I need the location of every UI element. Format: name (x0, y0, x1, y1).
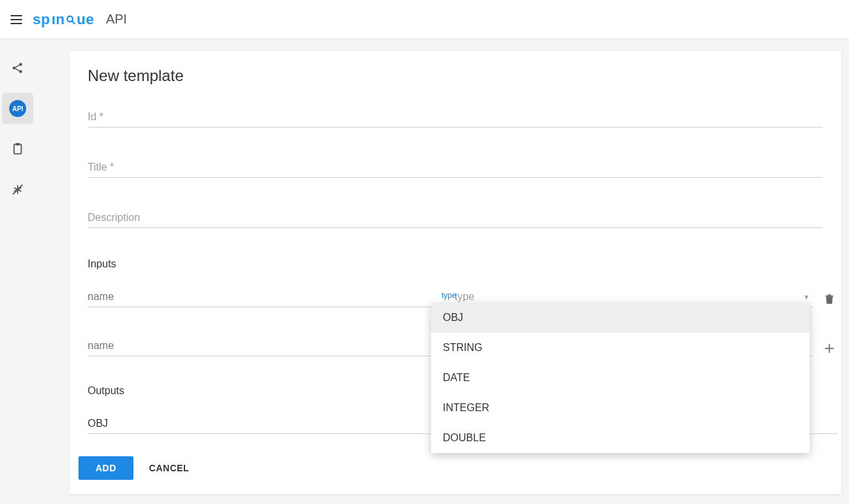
add-button[interactable]: ADD (78, 456, 133, 480)
sidebar-item-filter[interactable] (2, 174, 33, 205)
input-name-field[interactable] (88, 287, 445, 307)
page-title: New template (88, 67, 823, 85)
hamburger-menu-icon[interactable] (10, 11, 22, 28)
cancel-button[interactable]: CANCEL (149, 463, 189, 473)
app-header: spınue API (0, 0, 849, 39)
logo-q-icon (66, 15, 75, 24)
svg-rect-7 (14, 144, 22, 154)
svg-rect-14 (825, 295, 833, 297)
clipboard-icon (10, 142, 25, 156)
id-field[interactable] (88, 107, 823, 127)
form-actions: ADD CANCEL (78, 456, 189, 480)
plus-icon (823, 342, 836, 355)
dropdown-option-date[interactable]: DATE (431, 363, 810, 393)
svg-line-6 (15, 69, 19, 71)
asterisk-slash-icon (10, 182, 25, 197)
svg-line-1 (72, 21, 75, 24)
dropdown-option-integer[interactable]: INTEGER (431, 393, 810, 423)
sidebar-item-clipboard[interactable] (2, 133, 33, 165)
delete-input-button[interactable] (822, 292, 837, 307)
context-label: API (106, 12, 127, 27)
type-dropdown: type OBJ STRING DATE INTEGER DOUBLE (431, 303, 810, 453)
dropdown-floating-label: type (442, 291, 457, 300)
share-icon (10, 61, 25, 75)
input-name-field-new[interactable] (88, 336, 445, 356)
dropdown-option-double[interactable]: DOUBLE (431, 423, 810, 453)
api-badge-icon: API (9, 100, 26, 117)
svg-rect-8 (16, 143, 20, 146)
sidebar: API (0, 39, 35, 504)
brand-logo[interactable]: spınue (33, 11, 94, 28)
inputs-section-label: Inputs (88, 258, 823, 270)
svg-rect-13 (828, 295, 831, 296)
description-field[interactable] (88, 208, 823, 228)
sidebar-item-api[interactable]: API (2, 93, 33, 124)
dropdown-option-obj[interactable]: OBJ (431, 303, 810, 333)
add-input-button[interactable] (822, 341, 837, 356)
trash-icon (823, 293, 836, 306)
title-field[interactable] (88, 158, 823, 178)
sidebar-item-share[interactable] (2, 52, 33, 84)
svg-line-5 (15, 65, 19, 67)
dropdown-option-string[interactable]: STRING (431, 333, 810, 363)
